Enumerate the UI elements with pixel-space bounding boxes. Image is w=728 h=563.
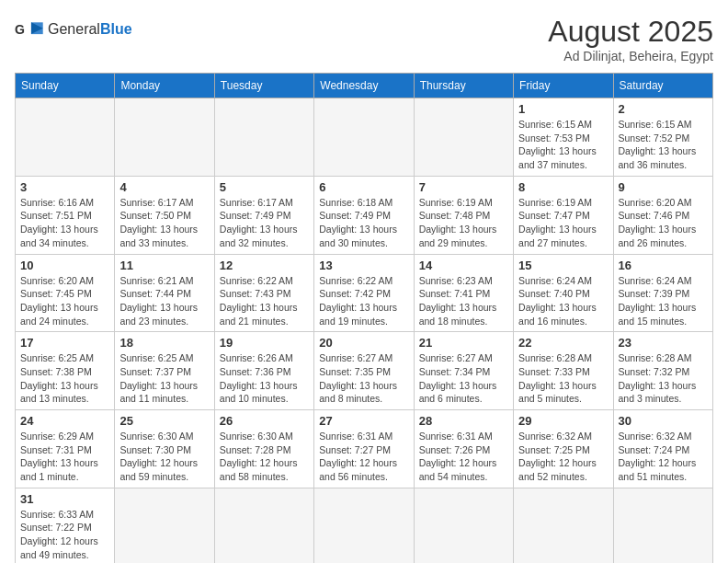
calendar-cell: 19Sunrise: 6:26 AM Sunset: 7:36 PM Dayli…	[214, 332, 313, 410]
calendar-cell: 5Sunrise: 6:17 AM Sunset: 7:49 PM Daylig…	[214, 176, 313, 254]
day-info: Sunrise: 6:22 AM Sunset: 7:42 PM Dayligh…	[319, 274, 408, 328]
calendar-week-row: 10Sunrise: 6:20 AM Sunset: 7:45 PM Dayli…	[16, 254, 713, 332]
day-number: 28	[419, 414, 508, 428]
calendar-week-row: 24Sunrise: 6:29 AM Sunset: 7:31 PM Dayli…	[16, 410, 713, 488]
calendar-week-row: 31Sunrise: 6:33 AM Sunset: 7:22 PM Dayli…	[16, 488, 713, 563]
calendar-cell: 2Sunrise: 6:15 AM Sunset: 7:52 PM Daylig…	[613, 98, 712, 177]
calendar-cell: 12Sunrise: 6:22 AM Sunset: 7:43 PM Dayli…	[214, 254, 313, 332]
day-number: 10	[20, 259, 109, 272]
day-info: Sunrise: 6:27 AM Sunset: 7:34 PM Dayligh…	[419, 351, 508, 406]
calendar-cell	[314, 98, 414, 177]
calendar-cell: 9Sunrise: 6:20 AM Sunset: 7:46 PM Daylig…	[613, 176, 712, 254]
calendar-week-row: 3Sunrise: 6:16 AM Sunset: 7:51 PM Daylig…	[16, 176, 713, 254]
calendar-cell: 22Sunrise: 6:28 AM Sunset: 7:33 PM Dayli…	[514, 332, 613, 410]
day-info: Sunrise: 6:31 AM Sunset: 7:26 PM Dayligh…	[419, 430, 508, 484]
day-number: 21	[419, 336, 508, 350]
day-number: 7	[419, 180, 508, 194]
day-number: 9	[619, 180, 708, 194]
day-number: 22	[518, 336, 608, 350]
calendar-cell	[613, 488, 712, 563]
calendar-cell	[414, 98, 513, 177]
weekday-header-tuesday: Tuesday	[214, 74, 313, 98]
calendar-cell	[414, 488, 513, 563]
day-info: Sunrise: 6:23 AM Sunset: 7:41 PM Dayligh…	[419, 274, 508, 328]
day-info: Sunrise: 6:31 AM Sunset: 7:27 PM Dayligh…	[319, 430, 408, 484]
calendar-cell: 14Sunrise: 6:23 AM Sunset: 7:41 PM Dayli…	[414, 254, 513, 332]
weekday-header-saturday: Saturday	[613, 74, 712, 98]
calendar-cell: 21Sunrise: 6:27 AM Sunset: 7:34 PM Dayli…	[414, 332, 513, 410]
calendar-cell: 26Sunrise: 6:30 AM Sunset: 7:28 PM Dayli…	[214, 410, 313, 488]
day-number: 3	[20, 180, 109, 194]
calendar-cell: 1Sunrise: 6:15 AM Sunset: 7:53 PM Daylig…	[514, 98, 613, 177]
day-number: 4	[119, 180, 209, 194]
calendar: SundayMondayTuesdayWednesdayThursdayFrid…	[15, 73, 713, 563]
day-number: 2	[619, 102, 708, 116]
calendar-cell: 31Sunrise: 6:33 AM Sunset: 7:22 PM Dayli…	[16, 488, 115, 563]
day-info: Sunrise: 6:25 AM Sunset: 7:38 PM Dayligh…	[20, 351, 109, 406]
calendar-cell	[214, 488, 313, 563]
calendar-cell: 6Sunrise: 6:18 AM Sunset: 7:49 PM Daylig…	[314, 176, 414, 254]
day-number: 8	[518, 180, 608, 194]
day-info: Sunrise: 6:21 AM Sunset: 7:44 PM Dayligh…	[119, 274, 209, 328]
calendar-cell: 25Sunrise: 6:30 AM Sunset: 7:30 PM Dayli…	[115, 410, 214, 488]
day-number: 5	[220, 180, 309, 194]
weekday-header-thursday: Thursday	[414, 74, 513, 98]
day-info: Sunrise: 6:19 AM Sunset: 7:48 PM Dayligh…	[419, 196, 508, 250]
calendar-cell: 11Sunrise: 6:21 AM Sunset: 7:44 PM Dayli…	[115, 254, 214, 332]
calendar-cell	[16, 98, 115, 177]
day-info: Sunrise: 6:19 AM Sunset: 7:47 PM Dayligh…	[518, 196, 608, 250]
calendar-cell: 27Sunrise: 6:31 AM Sunset: 7:27 PM Dayli…	[314, 410, 414, 488]
calendar-cell: 15Sunrise: 6:24 AM Sunset: 7:40 PM Dayli…	[514, 254, 613, 332]
day-number: 14	[419, 259, 508, 272]
day-number: 24	[20, 414, 109, 428]
day-number: 12	[220, 259, 309, 272]
day-info: Sunrise: 6:18 AM Sunset: 7:49 PM Dayligh…	[319, 196, 408, 250]
logo-icon: G	[15, 15, 44, 44]
day-info: Sunrise: 6:24 AM Sunset: 7:40 PM Dayligh…	[518, 274, 608, 328]
calendar-cell: 20Sunrise: 6:27 AM Sunset: 7:35 PM Dayli…	[314, 332, 414, 410]
calendar-cell: 29Sunrise: 6:32 AM Sunset: 7:25 PM Dayli…	[514, 410, 613, 488]
day-number: 1	[518, 102, 608, 116]
day-info: Sunrise: 6:22 AM Sunset: 7:43 PM Dayligh…	[220, 274, 309, 328]
day-number: 29	[518, 414, 608, 428]
calendar-cell: 30Sunrise: 6:32 AM Sunset: 7:24 PM Dayli…	[613, 410, 712, 488]
calendar-cell: 3Sunrise: 6:16 AM Sunset: 7:51 PM Daylig…	[16, 176, 115, 254]
weekday-header-monday: Monday	[115, 74, 214, 98]
day-info: Sunrise: 6:15 AM Sunset: 7:53 PM Dayligh…	[518, 118, 608, 172]
title-area: August 2025 Ad Dilinjat, Beheira, Egypt	[548, 15, 713, 63]
day-number: 19	[220, 336, 309, 350]
calendar-cell	[214, 98, 313, 177]
day-number: 31	[20, 492, 109, 506]
day-info: Sunrise: 6:32 AM Sunset: 7:25 PM Dayligh…	[518, 430, 608, 484]
day-number: 6	[319, 180, 408, 194]
day-number: 16	[619, 259, 708, 272]
calendar-cell: 23Sunrise: 6:28 AM Sunset: 7:32 PM Dayli…	[613, 332, 712, 410]
calendar-cell: 18Sunrise: 6:25 AM Sunset: 7:37 PM Dayli…	[115, 332, 214, 410]
calendar-cell: 7Sunrise: 6:19 AM Sunset: 7:48 PM Daylig…	[414, 176, 513, 254]
calendar-week-row: 1Sunrise: 6:15 AM Sunset: 7:53 PM Daylig…	[16, 98, 713, 177]
weekday-header-friday: Friday	[514, 74, 613, 98]
day-info: Sunrise: 6:27 AM Sunset: 7:35 PM Dayligh…	[319, 351, 408, 406]
day-number: 20	[319, 336, 408, 350]
calendar-cell: 28Sunrise: 6:31 AM Sunset: 7:26 PM Dayli…	[414, 410, 513, 488]
day-number: 30	[619, 414, 708, 428]
calendar-cell	[314, 488, 414, 563]
day-info: Sunrise: 6:33 AM Sunset: 7:22 PM Dayligh…	[20, 508, 109, 562]
day-info: Sunrise: 6:24 AM Sunset: 7:39 PM Dayligh…	[619, 274, 708, 328]
day-number: 27	[319, 414, 408, 428]
day-info: Sunrise: 6:30 AM Sunset: 7:28 PM Dayligh…	[220, 430, 309, 484]
calendar-cell	[115, 98, 214, 177]
day-info: Sunrise: 6:26 AM Sunset: 7:36 PM Dayligh…	[220, 351, 309, 406]
calendar-cell: 16Sunrise: 6:24 AM Sunset: 7:39 PM Dayli…	[613, 254, 712, 332]
day-number: 23	[619, 336, 708, 350]
day-number: 26	[220, 414, 309, 428]
day-info: Sunrise: 6:28 AM Sunset: 7:32 PM Dayligh…	[619, 351, 708, 406]
day-info: Sunrise: 6:32 AM Sunset: 7:24 PM Dayligh…	[619, 430, 708, 484]
day-info: Sunrise: 6:25 AM Sunset: 7:37 PM Dayligh…	[119, 351, 209, 406]
calendar-cell	[514, 488, 613, 563]
header: G GeneralBlue August 2025 Ad Dilinjat, B…	[15, 15, 713, 63]
calendar-cell: 17Sunrise: 6:25 AM Sunset: 7:38 PM Dayli…	[16, 332, 115, 410]
logo-text: GeneralBlue	[48, 21, 132, 38]
weekday-header-row: SundayMondayTuesdayWednesdayThursdayFrid…	[16, 74, 713, 98]
weekday-header-wednesday: Wednesday	[314, 74, 414, 98]
